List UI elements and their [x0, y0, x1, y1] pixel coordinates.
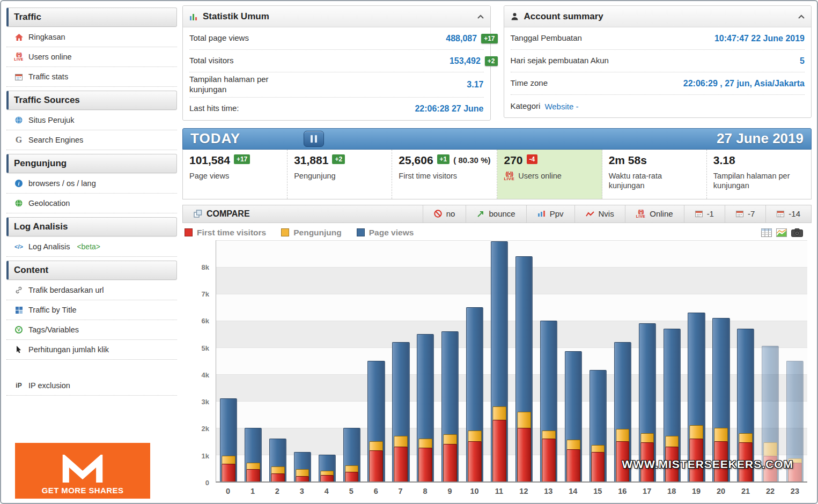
section-items: </>Log Analisis<beta> [6, 236, 177, 258]
chart-view-icons [761, 228, 809, 237]
sidebar-item-traffic-stats[interactable]: Traffic stats [6, 67, 177, 87]
stat-label: Tampilan halaman per kunjungan [713, 171, 805, 191]
bar-group-hour-20[interactable] [709, 240, 733, 482]
bar-group-hour-21[interactable] [733, 240, 758, 482]
sidebar-item-label: Log Analisis [28, 242, 70, 251]
bar-group-hour-4[interactable] [315, 240, 340, 482]
toolbar-no[interactable]: no [423, 205, 466, 223]
bar-group-hour-13[interactable] [536, 240, 561, 482]
bar-group-hour-14[interactable] [561, 240, 586, 482]
toolbar-minus-1[interactable]: -1 [684, 205, 725, 223]
bar-group-hour-17[interactable] [635, 240, 660, 482]
pengunjung-stat[interactable]: 31,881+2Pengunjung [288, 150, 392, 199]
chevron-up-icon[interactable] [477, 14, 484, 19]
section-title: Log Analisis [14, 221, 68, 232]
toolbar-minus-7[interactable]: -7 [725, 205, 765, 223]
row-label: Last hits time: [189, 103, 239, 114]
first-time-visitors-stat[interactable]: 25,606+1( 80.30 %)First time visitors [392, 150, 497, 199]
bar-group-hour-9[interactable] [438, 240, 462, 482]
ip-icon: iP [14, 382, 24, 389]
bar-group-hour-16[interactable] [610, 240, 635, 482]
pause-button[interactable] [304, 131, 324, 147]
stat-value-row: 2m 58s [609, 154, 700, 167]
bar-group-hour-11[interactable] [487, 240, 512, 482]
toolbar-label: no [446, 209, 455, 218]
section-items: ibrowsers / os / langGeolocation [6, 173, 177, 215]
bar-group-hour-1[interactable] [241, 240, 266, 482]
bar-group-hour-15[interactable] [586, 240, 610, 482]
bar-group-hour-2[interactable] [266, 240, 290, 482]
sidebar-item-label: Ringkasan [28, 33, 65, 41]
row-value: 488,087 [446, 34, 477, 43]
section-header-log-analisis: Log Analisis [6, 217, 177, 236]
sidebar-item-search-engines[interactable]: GSearch Engines [6, 130, 177, 150]
stat-value-row: 101,584+17 [189, 154, 281, 167]
sidebar-item-browsers-os-lang[interactable]: ibrowsers / os / lang [6, 174, 177, 194]
bar-group-hour-5[interactable] [340, 240, 364, 482]
toolbar-ppv[interactable]: Ppv [526, 205, 574, 223]
toolbar-compare[interactable]: COMPARE [183, 205, 261, 223]
chevron-up-icon[interactable] [798, 14, 805, 19]
tampilan-halaman-per-kunjungan-stat[interactable]: 3.18Tampilan halaman per kunjungan [707, 150, 811, 199]
sidebar-item-traffic-by-title[interactable]: Traffic by Title [6, 300, 177, 320]
bar-group-hour-12[interactable] [512, 240, 536, 482]
bar-group-hour-3[interactable] [290, 240, 315, 482]
sidebar-item-geolocation[interactable]: Geolocation [6, 194, 177, 213]
compare-icon [194, 210, 202, 218]
sidebar-item-tags-variables[interactable]: VTags/Variables [6, 320, 177, 340]
link-icon [14, 286, 24, 294]
sidebar-item-situs-perujuk[interactable]: Situs Perujuk [6, 110, 177, 130]
toolbar-minus-14[interactable]: -14 [765, 205, 811, 223]
bar-group-hour-19[interactable] [684, 240, 709, 482]
bar-group-hour-23[interactable] [783, 240, 807, 482]
x-axis-label: 23 [783, 483, 807, 499]
sidebar-item-ringkasan[interactable]: Ringkasan [6, 27, 177, 47]
x-axis-label: 3 [290, 483, 314, 499]
sidebar-item-users-online[interactable]: ((•))LIVEUsers online [6, 47, 177, 67]
area-chart-view-icon[interactable] [776, 228, 787, 237]
sidebar-item-trafik-berdasarkan-url[interactable]: Trafik berdasarkan url [6, 280, 177, 300]
sidebar-item-label: Traffic by Title [28, 306, 76, 314]
account-summary-panel: Account summary Tanggal Pembuatan10:47:4… [504, 5, 812, 118]
legend-swatch [281, 228, 289, 236]
home-icon [14, 34, 24, 41]
chart-plot [216, 240, 807, 483]
table-view-icon[interactable] [761, 228, 772, 237]
x-axis-label: 6 [364, 483, 388, 499]
first-time-visitors-bar [394, 447, 408, 481]
referrer-globe-icon [14, 116, 24, 124]
stat-extra: ( 80.30 %) [453, 155, 490, 165]
section-title: Content [14, 265, 48, 276]
first-time-visitors-bar [271, 473, 285, 481]
sidebar-item-perhitungan-jumlah-klik[interactable]: Perhitungan jumlah klik [6, 340, 177, 360]
first-time-visitors-bar [468, 441, 482, 481]
toolbar-bounce[interactable]: bounce [466, 205, 526, 223]
waktu-rata-rata-kunjungan-stat[interactable]: 2m 58sWaktu rata-rata kunjungan [602, 150, 707, 199]
category-link[interactable]: Website - [544, 102, 578, 111]
sidebar-item-label: Situs Perujuk [28, 116, 74, 124]
bar-group-hour-6[interactable] [364, 240, 389, 482]
x-axis-label: 10 [462, 483, 487, 499]
sidebar-item-log-analisis[interactable]: </>Log Analisis<beta> [6, 237, 177, 257]
camera-icon[interactable] [791, 228, 803, 237]
bar-group-hour-18[interactable] [660, 240, 684, 482]
page-views-stat[interactable]: 101,584+17Page views [183, 150, 288, 199]
row-value: 22:06:28 27 June [415, 104, 483, 114]
stat-value: 270 [504, 154, 522, 167]
promo-banner[interactable]: GET MORE SHARES [15, 443, 150, 499]
first-time-visitors-bar [296, 476, 309, 481]
toolbar-nvis[interactable]: Nvis [574, 205, 625, 223]
bar-group-hour-22[interactable] [758, 240, 783, 482]
change-badge: +1 [437, 154, 450, 164]
bar-group-hour-8[interactable] [413, 240, 438, 482]
bar-group-hour-10[interactable] [462, 240, 487, 482]
first-time-visitors-bar [345, 472, 359, 481]
sidebar-item-ip-exclusion[interactable]: iPIP exclusion [6, 376, 177, 396]
watermark: WWW.MISTERSEEKERS.COM [622, 458, 793, 471]
sidebar-item-label: Trafik berdasarkan url [28, 286, 104, 294]
bar-group-hour-7[interactable] [388, 240, 413, 482]
x-axis-label: 11 [487, 483, 511, 499]
bar-group-hour-0[interactable] [216, 240, 241, 482]
users-online-stat[interactable]: 270-4((•))LIVEUsers online [497, 150, 602, 199]
toolbar-online[interactable]: ((•))LIVEOnline [625, 205, 684, 223]
